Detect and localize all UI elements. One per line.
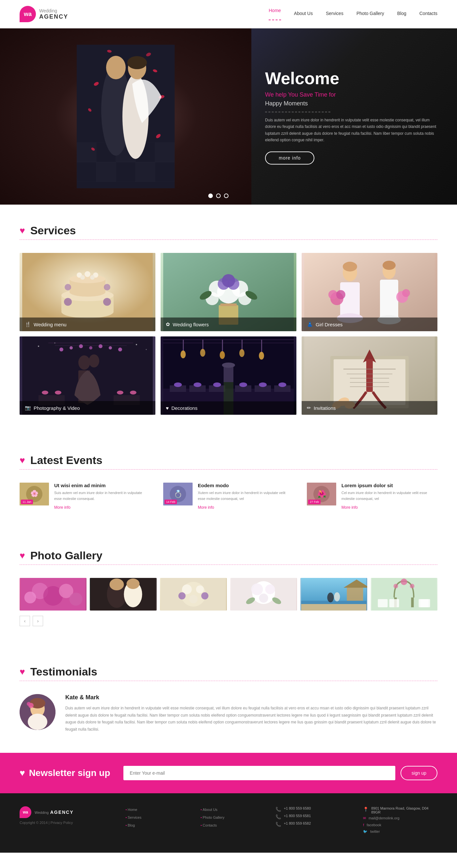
svg-point-12 bbox=[106, 56, 126, 79]
svg-point-49 bbox=[222, 274, 235, 287]
events-divider bbox=[20, 469, 437, 470]
events-grid: 🌸 11 Jan Ut wisi enim ad minim Suis aute… bbox=[20, 483, 437, 510]
hero-dot-1[interactable] bbox=[208, 193, 213, 198]
service-label-menu: 🍴 Wedding menu bbox=[20, 317, 155, 331]
services-header: ♥ Services bbox=[20, 224, 437, 237]
twitter-icon: 🐦 bbox=[363, 830, 368, 834]
footer-phone-1: 📞 +1 800 559 6580 bbox=[275, 806, 350, 812]
svg-rect-122 bbox=[366, 359, 373, 392]
svg-point-59 bbox=[336, 290, 345, 299]
facebook-icon: f bbox=[363, 823, 364, 827]
svg-point-68 bbox=[38, 346, 39, 347]
service-icon-flowers: ✿ bbox=[166, 321, 170, 327]
location-icon: 📍 bbox=[363, 807, 369, 812]
service-card-flowers[interactable]: ✿ Wedding flowers bbox=[161, 253, 296, 331]
gallery-grid bbox=[20, 578, 437, 611]
gallery-thumb-3[interactable] bbox=[160, 578, 227, 611]
gallery-thumb-1[interactable] bbox=[20, 578, 87, 611]
gallery-prev-button[interactable]: ‹ bbox=[20, 616, 30, 626]
couple-svg bbox=[77, 45, 175, 188]
nav-blog[interactable]: Blog bbox=[397, 11, 406, 17]
gallery-next-button[interactable]: › bbox=[33, 616, 43, 626]
footer-facebook-link[interactable]: facebook bbox=[367, 823, 381, 827]
service-icon-photo: 📷 bbox=[25, 405, 31, 411]
testimonials-section: ♥ Testimonials Kate & Mark Duis autem ve… bbox=[0, 646, 457, 752]
services-title: Services bbox=[30, 224, 76, 237]
hero-dot-2[interactable] bbox=[216, 193, 221, 198]
nav-services[interactable]: Services bbox=[326, 11, 343, 17]
service-card-invitations[interactable]: ✏ Invitations bbox=[302, 336, 437, 415]
svg-point-157 bbox=[202, 592, 209, 599]
event-card-3: 🌺 27 Feb Lorem ipsum dolor sit Cel eum i… bbox=[307, 483, 437, 510]
event-more-2[interactable]: More info bbox=[198, 505, 214, 510]
footer-logo-icon: wa bbox=[20, 806, 31, 818]
svg-rect-175 bbox=[411, 597, 414, 607]
footer-col-brand: wa Wedding AGENCY Copyright © 2014 | Pri… bbox=[20, 806, 113, 836]
hero-dot-3[interactable] bbox=[224, 193, 228, 198]
svg-point-162 bbox=[259, 594, 268, 603]
footer-email-link[interactable]: mail@demolink.org bbox=[369, 816, 399, 820]
svg-point-64 bbox=[402, 289, 410, 297]
event-desc-1: Suis autem vel eum iriure dolor in hendr… bbox=[54, 490, 150, 501]
svg-rect-1 bbox=[77, 143, 96, 162]
svg-point-66 bbox=[383, 261, 396, 270]
nav-contacts[interactable]: Contacts bbox=[420, 11, 437, 17]
footer-copyright: Copyright © 2014 | Privacy Policy bbox=[20, 821, 113, 825]
svg-text:💍: 💍 bbox=[174, 490, 183, 498]
footer-twitter-link[interactable]: twitter bbox=[370, 830, 379, 833]
hero-content: Welcome We help You Save Time for Happy … bbox=[255, 59, 447, 174]
event-thumb-2: 💍 14 Feb bbox=[163, 483, 192, 505]
testimonial-text: Duis autem vel eum iriure dolor in hendr… bbox=[65, 705, 437, 733]
nav-home[interactable]: Home bbox=[269, 8, 281, 20]
svg-rect-52 bbox=[220, 304, 237, 306]
footer-link-gallery[interactable]: Photo Gallery bbox=[203, 815, 224, 819]
footer-phone-2: 📞 +1 800 559 6581 bbox=[275, 814, 350, 819]
couple-image bbox=[0, 28, 251, 205]
event-card-1: 🌸 11 Jan Ut wisi enim ad minim Suis aute… bbox=[20, 483, 150, 510]
gallery-thumb-6[interactable] bbox=[370, 578, 437, 611]
svg-rect-5 bbox=[155, 143, 175, 162]
event-title-3: Lorem ipsum dolor sit bbox=[341, 483, 437, 488]
email-icon: ✉ bbox=[363, 816, 366, 820]
footer-links-2: About Us Photo Gallery Contacts bbox=[201, 806, 263, 828]
svg-point-81 bbox=[118, 347, 122, 351]
nav-gallery[interactable]: Photo Gallery bbox=[357, 11, 384, 17]
svg-point-39 bbox=[104, 284, 110, 290]
footer-link-contacts[interactable]: Contacts bbox=[203, 823, 217, 827]
event-title-1: Ut wisi enim ad minim bbox=[54, 483, 150, 488]
svg-point-118 bbox=[222, 363, 235, 368]
svg-point-168 bbox=[327, 593, 334, 602]
service-card-photo[interactable]: 📷 Photography & Video bbox=[20, 336, 155, 415]
svg-point-38 bbox=[65, 284, 71, 290]
event-more-1[interactable]: More info bbox=[54, 505, 70, 510]
hero-more-button[interactable]: more info bbox=[265, 151, 314, 164]
footer-link-services[interactable]: Services bbox=[128, 815, 141, 819]
newsletter-heart-icon: ♥ bbox=[20, 768, 25, 778]
gallery-thumb-5[interactable] bbox=[300, 578, 367, 611]
newsletter-email-input[interactable] bbox=[123, 766, 395, 780]
footer-link-blog[interactable]: Blog bbox=[128, 823, 135, 827]
service-card-menu[interactable]: 🍴 Wedding menu bbox=[20, 253, 155, 331]
service-icon-menu: 🍴 bbox=[25, 321, 31, 327]
gallery-thumb-2[interactable] bbox=[90, 578, 157, 611]
service-card-dresses[interactable]: 👗 Girl Dresses bbox=[302, 253, 437, 331]
event-desc-3: Cel eum iriure dolor in hendrerit in vul… bbox=[341, 490, 437, 501]
service-label-invitations: ✏ Invitations bbox=[302, 401, 437, 415]
logo-text: Wedding AGENCY bbox=[39, 8, 68, 20]
hero-image bbox=[0, 28, 251, 205]
footer-twitter: 🐦 twitter bbox=[363, 830, 437, 834]
nav-about[interactable]: About Us bbox=[294, 11, 313, 17]
svg-point-15 bbox=[127, 56, 147, 69]
hero-divider bbox=[265, 112, 330, 112]
svg-rect-6 bbox=[77, 162, 96, 182]
svg-rect-117 bbox=[223, 366, 234, 382]
footer-link-home[interactable]: Home bbox=[128, 808, 137, 811]
newsletter-signup-button[interactable]: sign up bbox=[400, 766, 437, 780]
newsletter-form: sign up bbox=[123, 766, 437, 780]
service-card-decor[interactable]: ♥ Decorations bbox=[161, 336, 296, 415]
gallery-thumb-4[interactable] bbox=[230, 578, 297, 611]
event-more-3[interactable]: More info bbox=[341, 505, 358, 510]
service-label-decor: ♥ Decorations bbox=[161, 401, 296, 415]
footer-link-about[interactable]: About Us bbox=[203, 808, 217, 811]
event-date-1: 11 Jan bbox=[21, 500, 33, 504]
